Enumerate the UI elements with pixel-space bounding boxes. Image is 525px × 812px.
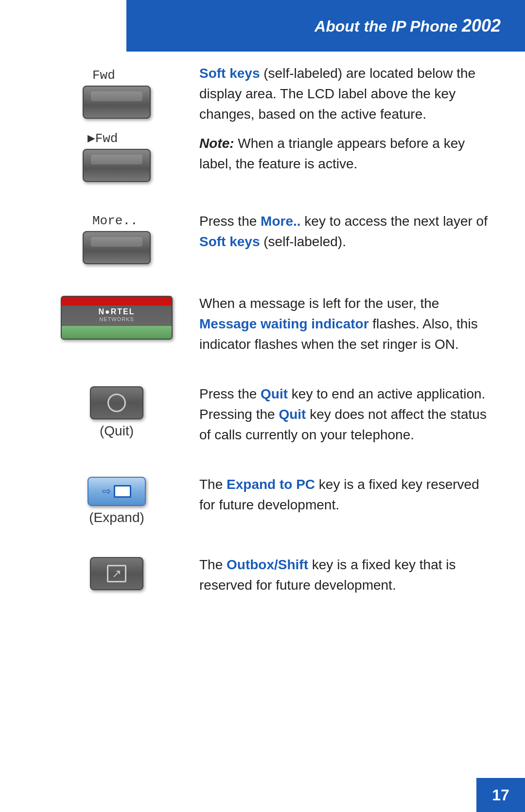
header-bar: About the IP Phone 2002	[126, 0, 525, 52]
fwd-triangle-label: ▶Fwd	[88, 130, 118, 146]
expand-text: The Expand to PC key is a fixed key rese…	[199, 474, 496, 515]
more-key-button[interactable]	[83, 231, 151, 264]
main-content: Fwd ▶Fwd Soft keys (self-labeled) are lo…	[0, 63, 525, 595]
key-group-fwd2: ▶Fwd	[83, 130, 151, 182]
mwi-logo: N●RTEL NETWORKS	[99, 307, 135, 322]
expand-monitor-icon	[114, 485, 131, 498]
quit-key-button[interactable]	[90, 386, 143, 419]
soft-keys-term: Soft keys	[199, 66, 260, 81]
key-group-more: More..	[83, 214, 151, 264]
key-group-fwd: Fwd	[83, 68, 151, 119]
expand-description: The Expand to PC key is a fixed key rese…	[185, 474, 496, 515]
expand-icon: ⇨	[102, 485, 131, 498]
mwi-red-indicator	[62, 297, 172, 306]
soft-key-fwd2-button[interactable]	[83, 149, 151, 182]
soft-key-fwd-button[interactable]	[83, 86, 151, 119]
expand-row: ⇨ (Expand) The Expand to PC key is a fix…	[49, 474, 496, 525]
mwi-left: N●RTEL NETWORKS	[49, 293, 185, 340]
mwi-term: Message waiting indicator	[199, 316, 369, 331]
expand-left: ⇨ (Expand)	[49, 474, 185, 525]
outbox-left: ↗	[49, 555, 185, 590]
header-title: About the IP Phone 2002	[315, 16, 501, 36]
mwi-row: N●RTEL NETWORKS When a message is left f…	[49, 293, 496, 355]
soft-keys-description: Soft keys (self-labeled) are located bel…	[185, 63, 496, 174]
expand-term: Expand to PC	[227, 477, 315, 492]
quit-term: Quit	[261, 386, 288, 401]
fwd-label: Fwd	[92, 68, 115, 83]
expand-key-button[interactable]: ⇨	[88, 477, 146, 506]
page-number: 17	[492, 786, 509, 804]
mwi-phone-image: N●RTEL NETWORKS	[61, 296, 173, 340]
outbox-text: The Outbox/Shift key is a fixed key that…	[199, 555, 496, 595]
soft-keys-text: Soft keys (self-labeled) are located bel…	[199, 63, 496, 125]
soft-keys-left: Fwd ▶Fwd	[49, 63, 185, 182]
soft-keys-term2: Soft keys	[199, 234, 260, 249]
mwi-green-strip	[62, 326, 172, 339]
expand-label: (Expand)	[89, 510, 144, 525]
outbox-icon: ↗	[107, 565, 126, 582]
outbox-row: ↗ The Outbox/Shift key is a fixed key th…	[49, 555, 496, 595]
more-label: More..	[92, 214, 138, 228]
quit-term2: Quit	[279, 407, 306, 422]
quit-label: (Quit)	[100, 423, 134, 439]
quit-text: Press the Quit key to end an active appl…	[199, 384, 496, 445]
mwi-description: When a message is left for the user, the…	[185, 293, 496, 355]
expand-arrow-icon: ⇨	[102, 485, 111, 498]
quit-row: (Quit) Press the Quit key to end an acti…	[49, 384, 496, 445]
outbox-term: Outbox/Shift	[227, 557, 308, 572]
more-key-left: More..	[49, 211, 185, 264]
mwi-text: When a message is left for the user, the…	[199, 293, 496, 355]
soft-keys-note: Note: When a triangle appears before a k…	[199, 133, 496, 174]
outbox-description: The Outbox/Shift key is a fixed key that…	[185, 555, 496, 595]
quit-left: (Quit)	[49, 384, 185, 439]
quit-circle-icon	[107, 394, 126, 412]
soft-keys-row: Fwd ▶Fwd Soft keys (self-labeled) are lo…	[49, 63, 496, 182]
outbox-arrow-icon: ↗	[112, 567, 122, 580]
more-key-term: More..	[261, 214, 300, 229]
soft-keys-group: Fwd ▶Fwd	[83, 68, 151, 182]
page-number-box: 17	[476, 778, 525, 812]
more-key-row: More.. Press the More.. key to access th…	[49, 211, 496, 264]
mwi-logo-sub: NETWORKS	[99, 316, 134, 322]
more-key-description: Press the More.. key to access the next …	[185, 211, 496, 252]
outbox-key-button[interactable]: ↗	[90, 557, 143, 590]
quit-description: Press the Quit key to end an active appl…	[185, 384, 496, 445]
more-key-text: Press the More.. key to access the next …	[199, 211, 496, 252]
mwi-logo-text: N●RTEL	[99, 307, 135, 316]
